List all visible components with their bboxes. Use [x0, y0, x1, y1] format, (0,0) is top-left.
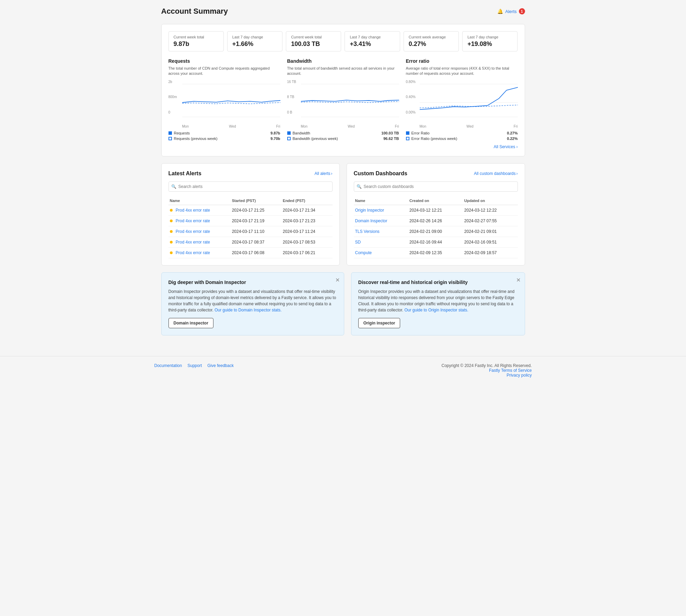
origin-promo-link[interactable]: Our guide to Origin Inspector stats. [405, 308, 468, 312]
requests-legend: Requests 9.87b Requests (previous week) … [168, 131, 280, 141]
legend-label: Bandwidth (previous week) [293, 137, 338, 141]
alerts-link[interactable]: 🔔 Alerts 1 [497, 8, 525, 14]
requests-x-labels: Mon Wed Fri [182, 124, 280, 128]
alerts-table-header: Name Started (PST) Ended (PST) [168, 197, 333, 205]
domain-promo-link[interactable]: Our guide to Domain Inspector stats. [214, 308, 281, 312]
legend-row: Error Ratio (previous week) 0.22% [406, 137, 518, 141]
alert-ended: 2024-03-17 21:34 [281, 205, 332, 215]
legend-dashed-icon [406, 137, 409, 140]
stat-error-change: Last 7 day change +19.08% [462, 31, 518, 51]
legend-solid-icon [168, 131, 172, 135]
footer-feedback-link[interactable]: Give feedback [207, 363, 234, 368]
legend-value: 0.27% [507, 131, 518, 135]
footer-documentation-link[interactable]: Documentation [154, 363, 182, 368]
error-chart-panel: Error ratio Average ratio of total error… [406, 58, 518, 141]
table-row: Prod 4xx error rate 2024-03-17 21:19 202… [168, 215, 333, 226]
dashboard-created: 2024-02-09 12:35 [408, 247, 463, 258]
alert-name: Prod 4xx error rate [168, 205, 231, 215]
alert-ended: 2024-03-17 21:23 [281, 215, 332, 226]
alert-status-dot [170, 251, 173, 254]
origin-inspector-promo: ✕ Discover real-time and historical orig… [351, 272, 525, 335]
requests-chart-svg [182, 80, 280, 121]
dashboard-updated: 2024-02-27 07:55 [463, 215, 518, 226]
alert-name: Prod 4xx error rate [168, 215, 231, 226]
page-title: Account Summary [161, 7, 228, 16]
bandwidth-y-labels: 16 TB 8 TB 0 B [287, 80, 299, 114]
legend-value: 96.62 TB [383, 137, 399, 141]
dashboard-name-link[interactable]: Domain Inspector [355, 218, 387, 223]
alert-name-link[interactable]: Prod 4xx error rate [176, 240, 210, 245]
dashboard-updated: 2024-02-09 18:57 [463, 247, 518, 258]
stat-label: Current week total [174, 35, 219, 39]
bandwidth-chart-area: 16 TB 8 TB 0 B [287, 80, 399, 121]
dashboards-search-wrap: 🔍 [354, 181, 518, 192]
search-icon: 🔍 [357, 184, 362, 189]
alert-name-link[interactable]: Prod 4xx error rate [176, 250, 210, 255]
origin-inspector-button[interactable]: Origin inspector [358, 318, 400, 328]
alert-ended: 2024-03-17 11:24 [281, 226, 332, 237]
domain-inspector-promo: ✕ Dig deeper with Domain Inspector Domai… [161, 272, 344, 335]
footer-right: Copyright © 2024 Fastly Inc. All Rights … [442, 363, 532, 378]
legend-solid-icon [287, 131, 291, 135]
error-x-labels: Mon Wed Fri [420, 124, 518, 128]
stat-requests-change: Last 7 day change +1.66% [227, 31, 282, 51]
table-row: SD 2024-02-16 09:44 2024-02-16 09:51 [354, 237, 518, 247]
all-dashboards-link[interactable]: All custom dashboards › [474, 171, 518, 176]
dashboard-created: 2024-02-26 14:26 [408, 215, 463, 226]
dashboard-name-link[interactable]: SD [355, 240, 361, 245]
all-alerts-link[interactable]: All alerts › [314, 171, 332, 176]
legend-dashed-icon [287, 137, 291, 140]
dashboards-title: Custom Dashboards [354, 170, 407, 177]
footer-copyright: Copyright © 2024 Fastly Inc. All Rights … [442, 363, 532, 368]
dashboard-updated: 2024-03-12 12:22 [463, 205, 518, 215]
charts-section: Requests The total number of CDN and Com… [168, 58, 518, 141]
dashboard-created: 2024-02-21 09:00 [408, 226, 463, 237]
footer-support-link[interactable]: Support [187, 363, 202, 368]
dashboard-created: 2024-03-12 12:21 [408, 205, 463, 215]
domain-inspector-button[interactable]: Domain inspector [168, 318, 213, 328]
col-created: Created on [408, 197, 463, 205]
table-row: Origin Inspector 2024-03-12 12:21 2024-0… [354, 205, 518, 215]
stat-error-avg: Current week average 0.27% [404, 31, 459, 51]
alerts-count: 1 [519, 8, 525, 14]
alert-ended: 2024-03-17 08:53 [281, 237, 332, 247]
dashboard-name-link[interactable]: TLS Versions [355, 229, 380, 234]
error-legend: Error Ratio 0.27% Error Ratio (previous … [406, 131, 518, 141]
alert-name-link[interactable]: Prod 4xx error rate [176, 218, 210, 223]
alerts-search-input[interactable] [168, 181, 333, 192]
footer-terms-link[interactable]: Fastly Terms of Service [442, 368, 532, 373]
alert-name: Prod 4xx error rate [168, 247, 231, 258]
footer-links: Documentation Support Give feedback [154, 363, 234, 368]
legend-value: 0.22% [507, 137, 518, 141]
legend-label: Bandwidth [293, 131, 310, 135]
legend-label: Error Ratio [411, 131, 430, 135]
bandwidth-chart-desc: The total amount of bandwidth served acr… [287, 66, 399, 76]
alert-name-link[interactable]: Prod 4xx error rate [176, 208, 210, 213]
alert-name-link[interactable]: Prod 4xx error rate [176, 229, 210, 234]
alert-status-dot [170, 209, 173, 212]
origin-promo-title: Discover real-time and historical origin… [358, 280, 518, 285]
error-y-labels: 0.80% 0.40% 0.00% [406, 80, 418, 114]
dashboards-search-input[interactable] [354, 181, 518, 192]
origin-promo-text: Origin Inspector provides you with a dat… [358, 288, 518, 313]
alert-started: 2024-03-17 06:08 [231, 247, 281, 258]
stat-label: Last 7 day change [232, 35, 277, 39]
stat-bandwidth-change: Last 7 day change +3.41% [345, 31, 400, 51]
two-col-row: Latest Alerts All alerts › 🔍 Name Starte… [161, 163, 525, 265]
dashboards-table: Name Created on Updated on Origin Inspec… [354, 197, 518, 258]
footer-inner: Documentation Support Give feedback Copy… [154, 363, 532, 378]
domain-promo-close-button[interactable]: ✕ [335, 277, 340, 283]
origin-promo-close-button[interactable]: ✕ [516, 277, 521, 283]
legend-label: Requests (previous week) [174, 137, 218, 141]
footer-privacy-link[interactable]: Privacy policy [442, 373, 532, 378]
dashboard-name-link[interactable]: Compute [355, 250, 372, 255]
search-icon: 🔍 [171, 184, 176, 189]
stat-label: Current week average [409, 35, 454, 39]
dashboard-name-link[interactable]: Origin Inspector [355, 208, 384, 213]
stat-value: 9.87b [174, 40, 219, 48]
all-services-label: All Services [493, 144, 515, 149]
requests-chart-desc: The total number of CDN and Compute requ… [168, 66, 280, 76]
dashboard-name: Domain Inspector [354, 215, 408, 226]
alerts-table: Name Started (PST) Ended (PST) Prod 4xx … [168, 197, 333, 258]
all-services-link[interactable]: All Services › [493, 144, 518, 149]
